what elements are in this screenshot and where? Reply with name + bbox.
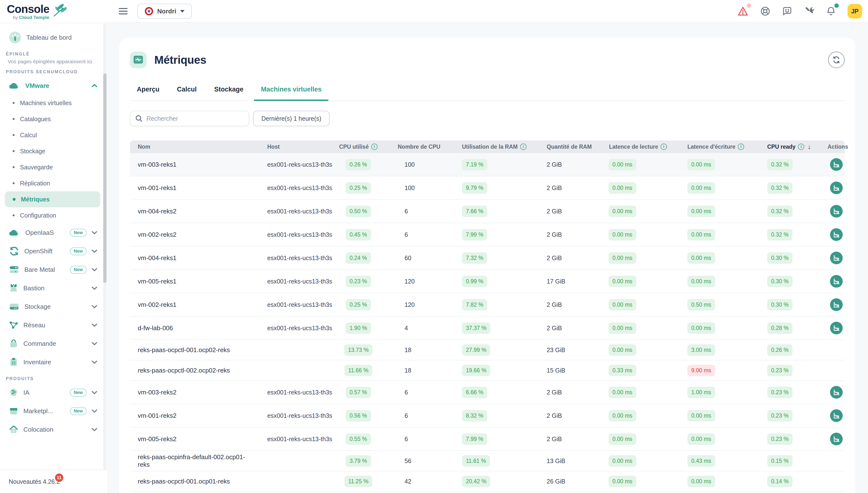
- open-chart-button[interactable]: [830, 205, 843, 217]
- search-input[interactable]: [147, 115, 244, 122]
- open-chart-button[interactable]: [830, 409, 843, 422]
- open-chart-button[interactable]: [830, 275, 843, 287]
- refresh-button[interactable]: [828, 51, 845, 68]
- open-chart-button[interactable]: [830, 181, 843, 194]
- ram-used-badge: 37.37 %: [462, 322, 490, 334]
- tab-machines-virtuelles[interactable]: Machines virtuelles: [254, 81, 329, 101]
- release-notes-link[interactable]: Nouveautés 4.26.2: [9, 478, 60, 485]
- tab-apercu[interactable]: Aperçu: [130, 81, 166, 101]
- tab-stockage[interactable]: Stockage: [207, 81, 250, 101]
- column-header-nombre-cpu[interactable]: Nombre de CPU: [380, 144, 448, 150]
- sidebar-item-stockage-vmware[interactable]: Stockage: [5, 143, 100, 159]
- info-icon[interactable]: i: [661, 144, 667, 150]
- cpu-ready-badge: 0.30 %: [767, 299, 792, 310]
- ram-qty: 2 GiB: [531, 325, 599, 332]
- chevron-down-icon: [91, 360, 97, 364]
- sidebar-item-bare-metal[interactable]: Bare Metal New: [5, 260, 100, 279]
- sidebar-item-machines-virtuelles[interactable]: Machines virtuelles: [5, 95, 100, 111]
- notifications-button[interactable]: [826, 6, 837, 17]
- sidebar-scrollbar[interactable]: [103, 23, 107, 470]
- sidebar-item-colocation[interactable]: Colocation: [5, 420, 100, 439]
- sidebar-item-vmware[interactable]: VMware: [5, 77, 100, 95]
- column-header-cpu-utilise[interactable]: CPU utiliséi: [336, 144, 380, 150]
- info-icon[interactable]: i: [371, 144, 378, 150]
- sidebar-item-marketplace[interactable]: Marketpl... New: [5, 402, 100, 420]
- search-box[interactable]: [130, 111, 249, 126]
- alerts-button[interactable]: [737, 6, 749, 17]
- column-header-latence-ecriture[interactable]: Latence d'écriturei: [677, 144, 753, 150]
- column-header-utilisation-ram[interactable]: Utilisation de la RAMi: [448, 144, 531, 150]
- sidebar-item-replication[interactable]: Réplication: [5, 175, 100, 191]
- ram-qty: 2 GiB: [531, 301, 599, 308]
- tab-calcul[interactable]: Calcul: [170, 81, 204, 101]
- info-icon[interactable]: i: [798, 144, 804, 150]
- sidebar-item-bastion[interactable]: Bastion: [5, 279, 100, 297]
- open-chart-button[interactable]: [830, 322, 843, 334]
- read-latency-badge: 0.00 ms: [609, 344, 636, 356]
- table-row[interactable]: d-fw-lab-006 esx001-reks-ucs13-th3s 1.90…: [130, 317, 845, 340]
- secnumcloud-section-header: PRODUITS SECNUMCLOUD: [6, 69, 100, 74]
- table-row[interactable]: vm-001-reks2 esx001-reks-ucs13-th3s 0.56…: [130, 404, 845, 428]
- open-chart-button[interactable]: [830, 158, 843, 171]
- table-row[interactable]: reks-paas-ocpctl-001.ocp02-reks 13.73 % …: [130, 340, 845, 360]
- hamburger-menu-icon[interactable]: [119, 8, 128, 14]
- sidebar-scrollbar-thumb[interactable]: [103, 73, 107, 283]
- new-badge: New: [70, 407, 87, 415]
- column-header-host[interactable]: Host: [251, 144, 336, 150]
- table-row[interactable]: reks-paas-ocpctl-001.ocp01-reks 11.25 % …: [130, 471, 845, 492]
- table-row[interactable]: vm-005-reks1 esx001-reks-ucs13-th3s 0.23…: [130, 270, 845, 293]
- vm-name: vm-003-reks2: [130, 389, 251, 396]
- chevron-down-icon: [91, 342, 97, 345]
- support-button[interactable]: [760, 6, 771, 17]
- table-row[interactable]: vm-004-reks1 esx001-reks-ucs13-th3s 0.24…: [130, 246, 845, 270]
- user-avatar[interactable]: JP: [848, 4, 862, 19]
- table-row[interactable]: vm-001-reks1 esx001-reks-ucs13-th3s 0.25…: [130, 176, 845, 200]
- sidebar-item-dashboard[interactable]: Tableau de bord: [5, 28, 100, 47]
- sidebar-item-inventaire[interactable]: Inventaire: [5, 353, 100, 371]
- open-chart-button[interactable]: [830, 433, 843, 445]
- sidebar-item-configuration[interactable]: Configuration: [5, 207, 100, 223]
- open-chart-button[interactable]: [830, 298, 843, 311]
- sidebar-footer[interactable]: Nouveautés 4.26.2 11: [0, 470, 107, 493]
- tools-button[interactable]: [804, 6, 814, 17]
- table-row[interactable]: vm-005-reks2 esx001-reks-ucs13-th3s 0.55…: [130, 428, 845, 451]
- read-latency-badge: 0.00 ms: [609, 322, 636, 334]
- table-row[interactable]: vm-004-reks2 esx001-reks-ucs13-th3s 0.50…: [130, 200, 845, 223]
- sidebar-item-stockage[interactable]: Stockage: [5, 297, 100, 316]
- column-header-nom[interactable]: Nom: [130, 144, 251, 150]
- table-row[interactable]: reks-paas-ocpctl-002.ocp02-reks 11.66 % …: [130, 360, 845, 381]
- info-icon[interactable]: i: [738, 144, 744, 150]
- cpu-ready-badge: 0.23 %: [767, 365, 792, 376]
- time-range-button[interactable]: Dernière(s) 1 heure(s): [253, 111, 330, 126]
- sidebar-item-reseau[interactable]: Réseau: [5, 316, 100, 334]
- open-chart-button[interactable]: [830, 228, 843, 241]
- chevron-down-icon: [180, 10, 185, 13]
- table-row[interactable]: vm-002-reks2 esx001-reks-ucs13-th3s 0.45…: [130, 223, 845, 246]
- sidebar-item-metriques[interactable]: Métriques: [5, 191, 100, 207]
- open-chart-button[interactable]: [830, 386, 843, 399]
- feedback-button[interactable]: [782, 6, 792, 17]
- table-row[interactable]: vm-003-reks1 esx001-reks-ucs13-th3s 0.26…: [130, 153, 845, 176]
- sidebar-item-ia[interactable]: IA New: [5, 383, 100, 402]
- info-icon[interactable]: i: [520, 144, 527, 150]
- cpu-count: 6: [380, 435, 448, 443]
- table-row[interactable]: vm-002-reks1 esx001-reks-ucs13-th3s 0.25…: [130, 293, 845, 317]
- ram-used-badge: 27.99 %: [462, 344, 490, 356]
- vm-name: vm-002-reks1: [130, 301, 251, 308]
- sidebar-item-openiaas[interactable]: OpenIaaS New: [5, 223, 100, 242]
- column-header-cpu-ready[interactable]: CPU readyi↓: [753, 143, 809, 151]
- tenant-selector[interactable]: Nordri: [137, 4, 192, 19]
- sidebar-item-openshift[interactable]: OpenShift New: [5, 242, 100, 260]
- cpu-used-badge: 1.90 %: [346, 322, 371, 334]
- column-header-quantite-ram[interactable]: Quantité de RAM: [531, 144, 599, 150]
- table-row[interactable]: vm-003-reks2 esx001-reks-ucs13-th3s 0.57…: [130, 381, 845, 404]
- sidebar-item-catalogues[interactable]: Catalogues: [5, 111, 100, 127]
- sidebar-item-calcul[interactable]: Calcul: [5, 127, 100, 143]
- roundel-icon: [145, 7, 153, 16]
- column-header-latence-lecture[interactable]: Latence de lecturei: [599, 144, 677, 150]
- table-row[interactable]: reks-paas-ocpinfra-default-002.ocp01-rek…: [130, 451, 845, 471]
- open-chart-button[interactable]: [830, 252, 843, 264]
- logo[interactable]: Console by Cloud Temple: [0, 0, 107, 23]
- sidebar-item-commande[interactable]: Commande: [5, 334, 100, 353]
- sidebar-item-sauvegarde[interactable]: Sauvegarde: [5, 159, 100, 175]
